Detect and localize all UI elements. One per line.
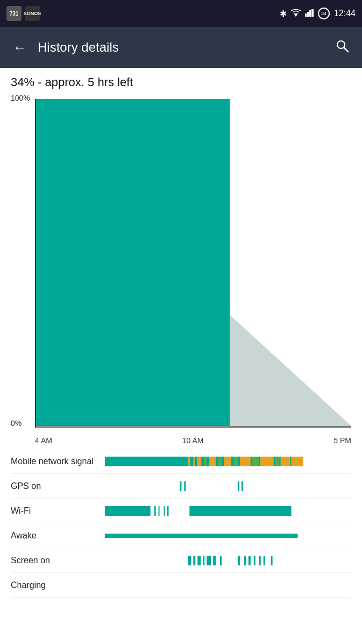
svg-rect-19 (252, 457, 259, 466)
gps-bar-area (105, 480, 351, 492)
status-bar-left: 731 SONOS (6, 6, 40, 21)
back-button[interactable]: ← (9, 35, 31, 60)
page-title: History details (38, 40, 331, 55)
svg-rect-25 (184, 481, 186, 491)
charging-bar-area (105, 579, 351, 591)
svg-rect-48 (271, 556, 273, 565)
battery-chart: 100% 0% 4 AM 10 (11, 94, 351, 449)
y-axis-bottom-label: 0% (11, 419, 22, 428)
svg-rect-31 (164, 506, 165, 516)
svg-rect-12 (197, 457, 201, 466)
status-bar: 731 SONOS ✱ 34 12:44 (0, 0, 362, 27)
svg-rect-20 (260, 457, 274, 466)
activity-label-screen: Screen on (11, 556, 105, 565)
svg-rect-47 (264, 556, 265, 565)
svg-line-6 (344, 47, 349, 52)
signal-icon (305, 9, 314, 18)
activity-label-gps: GPS on (11, 481, 105, 491)
svg-rect-27 (242, 481, 243, 491)
x-label-5pm: 5 PM (333, 436, 351, 445)
svg-rect-10 (188, 457, 190, 466)
screen-bar-area (105, 555, 351, 566)
x-label-10am: 10 AM (182, 436, 204, 445)
signal-bar-area (105, 456, 351, 467)
svg-marker-7 (36, 100, 230, 426)
app-icon-731: 731 (6, 6, 22, 21)
svg-rect-1 (305, 13, 307, 17)
activity-label-charging: Charging (11, 580, 105, 590)
svg-rect-40 (213, 556, 216, 565)
svg-rect-16 (224, 457, 231, 466)
x-axis-labels: 4 AM 10 AM 5 PM (35, 436, 351, 445)
activity-row-signal: Mobile network signal (11, 449, 351, 474)
svg-rect-15 (218, 457, 222, 466)
status-time: 12:44 (334, 9, 356, 18)
svg-rect-17 (233, 457, 238, 466)
svg-rect-38 (203, 556, 204, 565)
wifi-icon (291, 9, 301, 18)
bluetooth-icon: ✱ (280, 9, 287, 19)
battery-status-text: 34% - approx. 5 hrs left (0, 68, 362, 94)
activity-row-awake: Awake (11, 523, 351, 548)
activity-row-charging: Charging (11, 573, 351, 598)
wifi-bar-area (105, 505, 351, 517)
svg-rect-44 (249, 556, 251, 565)
activity-section: Mobile network signal (0, 449, 362, 598)
svg-rect-24 (180, 481, 181, 491)
activity-row-wifi: Wi-Fi (11, 499, 351, 523)
y-axis-top-label: 100% (11, 94, 30, 102)
svg-rect-11 (193, 457, 195, 466)
x-label-4am: 4 AM (35, 436, 52, 445)
svg-rect-2 (307, 12, 309, 17)
svg-rect-14 (209, 457, 216, 466)
svg-rect-3 (309, 10, 311, 17)
status-bar-right: ✱ 34 12:44 (280, 8, 356, 19)
search-button[interactable] (331, 34, 353, 61)
activity-row-gps: GPS on (11, 474, 351, 499)
svg-rect-26 (238, 481, 239, 491)
chart-plot-area (35, 99, 351, 428)
svg-rect-29 (154, 506, 156, 516)
svg-rect-46 (259, 556, 261, 565)
app-icon-sonos: SONOS (25, 6, 40, 21)
svg-marker-8 (230, 315, 351, 426)
activity-label-awake: Awake (11, 531, 105, 541)
svg-rect-13 (204, 457, 207, 466)
svg-rect-32 (167, 506, 168, 516)
svg-rect-45 (254, 556, 255, 565)
battery-indicator: 34 (318, 8, 330, 19)
svg-rect-43 (244, 556, 246, 565)
svg-rect-37 (197, 556, 201, 565)
svg-rect-23 (291, 457, 303, 466)
svg-rect-36 (193, 556, 195, 565)
awake-bar-area (105, 530, 351, 542)
activity-label-wifi: Wi-Fi (11, 506, 105, 516)
svg-rect-33 (189, 506, 291, 516)
svg-rect-39 (207, 556, 211, 565)
activity-label-signal: Mobile network signal (11, 457, 105, 466)
svg-rect-35 (188, 556, 191, 565)
svg-rect-30 (159, 506, 160, 516)
svg-rect-41 (220, 556, 222, 565)
svg-rect-18 (240, 457, 251, 466)
app-bar: ← History details (0, 27, 362, 68)
svg-rect-28 (105, 506, 151, 516)
svg-rect-34 (105, 534, 297, 538)
activity-row-screen: Screen on (11, 548, 351, 573)
svg-marker-0 (294, 13, 298, 17)
svg-rect-4 (311, 9, 314, 17)
chart-main-svg (36, 99, 351, 426)
svg-rect-22 (281, 457, 290, 466)
svg-rect-21 (275, 457, 280, 466)
svg-rect-42 (238, 556, 240, 565)
